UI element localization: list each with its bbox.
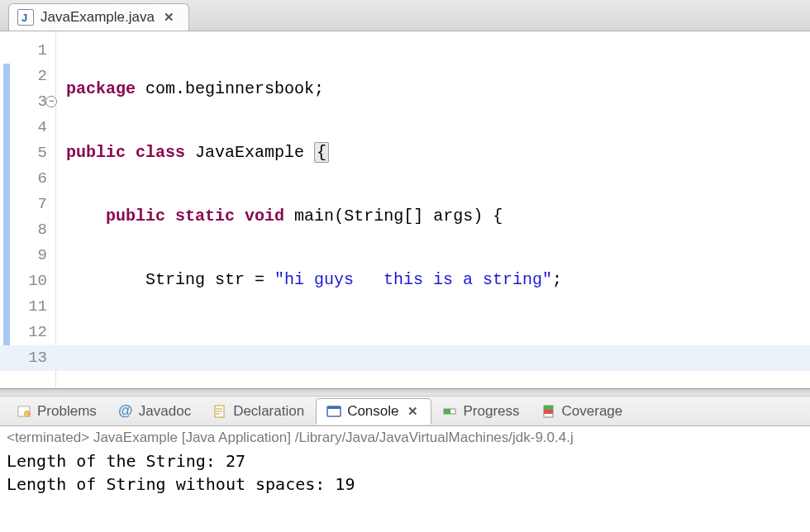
line-number: 10	[15, 268, 47, 294]
views-tab-bar: ! Problems @ Javadoc Declaration Console…	[0, 397, 810, 426]
code-line: public class JavaExample {	[66, 140, 810, 165]
line-number: 2	[15, 64, 47, 89]
tab-problems[interactable]: ! Problems	[7, 399, 107, 424]
java-file-icon: J	[17, 9, 34, 26]
console-header: <terminated> JavaExample [Java Applicati…	[7, 430, 803, 446]
tab-progress[interactable]: Progress	[433, 399, 530, 424]
svg-rect-8	[444, 409, 450, 414]
line-number: 7	[15, 192, 47, 217]
tab-label: Declaration	[233, 403, 304, 420]
tab-label: Problems	[37, 403, 97, 420]
svg-text:!: !	[26, 411, 27, 418]
editor-tab-active[interactable]: J JavaExample.java ✕	[8, 3, 189, 31]
tab-label: Javadoc	[139, 403, 191, 420]
problems-icon: !	[17, 404, 31, 419]
svg-text:J: J	[21, 12, 27, 23]
svg-rect-11	[544, 410, 553, 414]
line-number: 5	[15, 140, 47, 166]
line-number: 1	[15, 38, 47, 64]
console-icon	[326, 404, 341, 419]
line-number: 4	[15, 115, 47, 140]
declaration-icon	[212, 404, 227, 419]
console-output[interactable]: Length of the String: 27Length of String…	[7, 449, 803, 496]
tab-label: Console	[347, 403, 398, 420]
console-view: <terminated> JavaExample [Java Applicati…	[0, 426, 810, 532]
code-line: public static void main(String[] args) {	[66, 203, 810, 229]
tab-declaration[interactable]: Declaration	[202, 399, 314, 424]
code-line: String str = "hi guys this is a string";	[66, 267, 810, 292]
line-number-column: 1 2 3− 4 5 6 7 8 9 10 11 12 13	[15, 38, 55, 388]
code-line	[66, 330, 810, 356]
coverage-icon	[541, 404, 556, 419]
close-icon[interactable]: ✕	[405, 404, 421, 419]
line-number: 3−	[15, 89, 47, 115]
code-editor[interactable]: 1 2 3− 4 5 6 7 8 9 10 11 12 13 package c…	[0, 31, 810, 388]
line-number: 9	[15, 243, 47, 268]
line-number: 6	[15, 166, 47, 192]
marker-column	[0, 38, 15, 388]
editor-tab-bar: J JavaExample.java ✕	[0, 0, 810, 31]
panel-separator[interactable]	[0, 388, 810, 397]
close-icon[interactable]: ✕	[161, 10, 177, 25]
fold-icon[interactable]: −	[45, 96, 57, 107]
code-content[interactable]: package com.beginnersbook; public class …	[56, 31, 810, 388]
modification-marker	[3, 64, 10, 371]
gutter: 1 2 3− 4 5 6 7 8 9 10 11 12 13	[0, 31, 56, 388]
line-number: 8	[15, 217, 47, 243]
svg-rect-6	[327, 406, 341, 409]
code-line: package com.beginnersbook;	[66, 76, 810, 102]
line-number: 13	[15, 345, 47, 371]
tab-label: Coverage	[562, 403, 623, 420]
tab-filename: JavaExample.java	[40, 9, 155, 26]
svg-rect-10	[544, 406, 553, 410]
tab-coverage[interactable]: Coverage	[531, 399, 633, 424]
tab-javadoc[interactable]: @ Javadoc	[108, 399, 201, 424]
tab-console[interactable]: Console ✕	[316, 398, 431, 425]
progress-icon	[443, 404, 458, 419]
javadoc-icon: @	[118, 404, 133, 419]
line-number: 12	[15, 320, 47, 345]
tab-label: Progress	[464, 403, 520, 420]
line-number: 11	[15, 294, 47, 320]
